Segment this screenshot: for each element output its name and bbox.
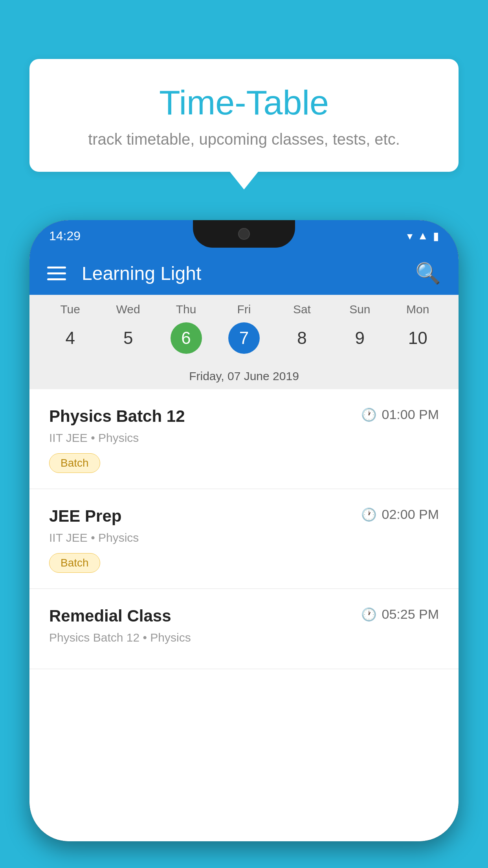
calendar-strip[interactable]: Tue4Wed5Thu6Fri7Sat8Sun9Mon10 Friday, 07… xyxy=(29,295,459,389)
day-name: Sat xyxy=(293,303,311,316)
clock-icon: 🕐 xyxy=(361,407,377,422)
item-category: Physics Batch 12 • Physics xyxy=(49,631,439,644)
app-bar: Learning Light 🔍 xyxy=(29,252,459,295)
clock-icon: 🕐 xyxy=(361,607,377,622)
item-category: IIT JEE • Physics xyxy=(49,531,439,544)
clock-icon: 🕐 xyxy=(361,507,377,522)
selected-date: Friday, 07 June 2019 xyxy=(29,370,459,383)
day-name: Fri xyxy=(237,303,251,316)
battery-icon: ▮ xyxy=(433,230,439,243)
day-name: Mon xyxy=(406,303,429,316)
day-number[interactable]: 5 xyxy=(112,322,144,354)
day-col-wed[interactable]: Wed5 xyxy=(99,303,157,354)
item-time: 🕐01:00 PM xyxy=(361,407,439,422)
phone-frame: 14:29 ▾ ▲ ▮ Learning Light 🔍 xyxy=(29,220,459,841)
day-number[interactable]: 4 xyxy=(55,322,86,354)
phone-notch xyxy=(193,220,295,248)
search-icon[interactable]: 🔍 xyxy=(415,261,441,285)
item-header: Physics Batch 12🕐01:00 PM xyxy=(49,407,439,426)
schedule-item[interactable]: Physics Batch 12🕐01:00 PMIIT JEE • Physi… xyxy=(29,389,459,489)
schedule-item[interactable]: JEE Prep🕐02:00 PMIIT JEE • PhysicsBatch xyxy=(29,489,459,589)
app-title: Learning Light xyxy=(82,263,415,284)
phone-container: 14:29 ▾ ▲ ▮ Learning Light 🔍 xyxy=(29,220,459,868)
item-category: IIT JEE • Physics xyxy=(49,431,439,445)
batch-tag: Batch xyxy=(49,553,100,573)
day-number[interactable]: 8 xyxy=(286,322,317,354)
day-col-tue[interactable]: Tue4 xyxy=(41,303,99,354)
signal-icon: ▲ xyxy=(417,230,428,242)
item-header: Remedial Class🕐05:25 PM xyxy=(49,607,439,625)
status-icons: ▾ ▲ ▮ xyxy=(407,230,439,243)
day-name: Wed xyxy=(116,303,140,316)
day-name: Tue xyxy=(60,303,80,316)
schedule-item[interactable]: Remedial Class🕐05:25 PMPhysics Batch 12 … xyxy=(29,589,459,669)
day-col-thu[interactable]: Thu6 xyxy=(157,303,215,354)
item-time: 🕐05:25 PM xyxy=(361,607,439,622)
speech-bubble-container: Time-Table track timetable, upcoming cla… xyxy=(29,59,459,172)
item-header: JEE Prep🕐02:00 PM xyxy=(49,507,439,526)
item-title: Physics Batch 12 xyxy=(49,407,185,426)
day-name: Thu xyxy=(176,303,196,316)
item-title: JEE Prep xyxy=(49,507,121,526)
day-number[interactable]: 9 xyxy=(344,322,376,354)
phone-screen: 14:29 ▾ ▲ ▮ Learning Light 🔍 xyxy=(29,220,459,841)
day-col-mon[interactable]: Mon10 xyxy=(389,303,447,354)
item-time: 🕐02:00 PM xyxy=(361,507,439,522)
schedule-list: Physics Batch 12🕐01:00 PMIIT JEE • Physi… xyxy=(29,389,459,841)
item-title: Remedial Class xyxy=(49,607,171,625)
batch-tag: Batch xyxy=(49,453,100,473)
bubble-title: Time-Table xyxy=(61,83,427,123)
day-name: Sun xyxy=(349,303,370,316)
day-col-fri[interactable]: Fri7 xyxy=(215,303,273,354)
day-col-sat[interactable]: Sat8 xyxy=(273,303,331,354)
day-number[interactable]: 7 xyxy=(228,322,260,354)
camera xyxy=(238,228,250,240)
hamburger-menu-icon[interactable] xyxy=(47,267,66,280)
wifi-icon: ▾ xyxy=(407,230,413,243)
day-col-sun[interactable]: Sun9 xyxy=(331,303,389,354)
day-number[interactable]: 10 xyxy=(402,322,433,354)
days-row: Tue4Wed5Thu6Fri7Sat8Sun9Mon10 xyxy=(29,295,459,354)
bubble-subtitle: track timetable, upcoming classes, tests… xyxy=(61,131,427,148)
speech-bubble: Time-Table track timetable, upcoming cla… xyxy=(29,59,459,172)
day-number[interactable]: 6 xyxy=(171,322,202,354)
